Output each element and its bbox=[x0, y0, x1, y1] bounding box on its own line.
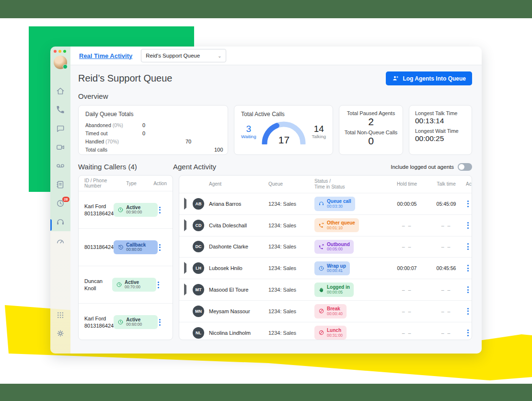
agent-actions-menu[interactable] bbox=[466, 242, 470, 251]
daily-queue-bar: 0 bbox=[135, 123, 211, 127]
agent-avatar: MN bbox=[193, 306, 204, 317]
sidebar-item-settings-gear[interactable] bbox=[56, 329, 65, 338]
agent-activity-table: Agent Queue Status /Time in Status Hold … bbox=[179, 175, 472, 340]
caller-actions-menu[interactable] bbox=[158, 205, 168, 215]
real-time-activity-link[interactable]: Real Time Activity bbox=[79, 52, 132, 59]
agent-queue: 1234: Sales bbox=[268, 265, 314, 271]
time-empty: – – bbox=[427, 330, 466, 336]
agent-avatar: DC bbox=[193, 241, 204, 252]
sidebar-item-voicemail[interactable] bbox=[56, 161, 65, 171]
time-empty: – – bbox=[387, 223, 427, 228]
agent-actions-menu[interactable] bbox=[466, 263, 470, 273]
main-content: Real Time Activity Reid's Support Queue … bbox=[70, 47, 482, 354]
minimize-window-icon[interactable] bbox=[58, 50, 61, 53]
agent-actions-menu[interactable] bbox=[466, 199, 470, 209]
waiting-caller-row: Karl Ford8013186424 Active00:60:00 bbox=[79, 303, 173, 340]
longest-times-card: Longest Talk Time 00:13:14 Longest Wait … bbox=[409, 105, 472, 155]
agent-status-badge: Wrap up00:00:41 bbox=[314, 261, 350, 275]
daily-queue-row: Abandoned (0%) 0 bbox=[85, 122, 221, 128]
agent-queue: 1234: Sales bbox=[268, 244, 314, 249]
time-value: 00:00:07 bbox=[387, 265, 427, 271]
agent-status-badge: Lunch00:31:00 bbox=[314, 326, 347, 340]
time-empty: – – bbox=[387, 308, 427, 314]
agent-row: CD Cvita Doleschall 1234: Sales Other qu… bbox=[179, 214, 472, 236]
phone-forward-icon bbox=[318, 222, 324, 228]
time-empty: – – bbox=[427, 287, 466, 293]
waiting-callers-table: ID / Phone Number Type Action Karl Ford8… bbox=[78, 175, 173, 340]
page-title: Reid’s Support Queue bbox=[78, 73, 172, 84]
agent-avatar: LH bbox=[193, 262, 204, 274]
agent-actions-menu[interactable] bbox=[466, 328, 470, 338]
sidebar-item-call-history[interactable]: 28 bbox=[56, 199, 65, 208]
chevron-down-icon: ⌄ bbox=[218, 53, 221, 59]
longest-talk-time-label: Longest Talk Time bbox=[415, 110, 466, 116]
agent-avatar: MT bbox=[193, 284, 204, 295]
window-controls[interactable] bbox=[50, 47, 70, 55]
total-paused-agents-value: 2 bbox=[343, 116, 399, 128]
expand-row-icon[interactable] bbox=[184, 283, 186, 295]
caller-actions-menu[interactable] bbox=[156, 280, 167, 290]
agent-status-badge: Logged in00:00:05 bbox=[314, 283, 354, 296]
chat-icon bbox=[56, 124, 65, 133]
caller-id: Karl Ford8013186424 bbox=[84, 203, 114, 217]
decor-top-bar bbox=[0, 0, 532, 18]
time-value: 05:45:09 bbox=[427, 201, 466, 207]
close-window-icon[interactable] bbox=[54, 50, 57, 53]
agent-avatar: CD bbox=[193, 220, 204, 231]
sidebar-item-headset[interactable] bbox=[56, 217, 65, 227]
waiting-callers-heading: Waiting Callers (4) bbox=[78, 163, 173, 171]
agent-queue: 1234: Sales bbox=[268, 308, 314, 314]
daily-queue-rows: Abandoned (0%) 0 Timed out 0 Handled (70… bbox=[85, 122, 221, 153]
waiting-caller-row: Duncan Knoll Active00:70:00 bbox=[79, 266, 173, 303]
clock-icon bbox=[117, 207, 124, 213]
maximize-window-icon[interactable] bbox=[63, 50, 66, 53]
caller-actions-menu[interactable] bbox=[158, 318, 168, 327]
time-empty: – – bbox=[427, 244, 466, 249]
expand-row-icon[interactable] bbox=[184, 262, 186, 274]
user-avatar[interactable] bbox=[54, 56, 67, 69]
clock-icon bbox=[116, 282, 122, 288]
time-empty: – – bbox=[427, 223, 466, 228]
apps-grid-icon bbox=[56, 310, 65, 320]
caller-actions-menu[interactable] bbox=[158, 243, 168, 252]
voicemail-icon bbox=[56, 161, 65, 171]
topbar: Real Time Activity Reid's Support Queue … bbox=[70, 47, 482, 65]
sidebar-nav: 28 bbox=[50, 74, 70, 246]
sidebar-bottom bbox=[50, 310, 70, 338]
dashboard-icon bbox=[56, 236, 65, 246]
sidebar-item-chat[interactable] bbox=[56, 124, 65, 133]
daily-queue-bar: 70 bbox=[135, 140, 211, 143]
queue-selector-dropdown[interactable]: Reid's Support Queue ⌄ bbox=[141, 49, 226, 62]
expand-row-icon[interactable] bbox=[184, 198, 186, 210]
agent-status-badge: Queue call00:03:30 bbox=[314, 197, 355, 211]
headset-icon bbox=[56, 217, 65, 227]
agent-row: MT Masood El Toure 1234: Sales Logged in… bbox=[179, 279, 472, 300]
agent-name: Lubosek Hnilo bbox=[209, 265, 268, 271]
sidebar-item-video[interactable] bbox=[56, 142, 65, 152]
agent-name: Dashonte Clarke bbox=[209, 244, 268, 249]
expand-row-icon[interactable] bbox=[184, 219, 186, 231]
agent-queue: 1234: Sales bbox=[268, 201, 314, 207]
agent-actions-menu[interactable] bbox=[466, 285, 470, 295]
contacts-icon bbox=[56, 180, 65, 189]
sidebar-item-phone[interactable] bbox=[56, 105, 65, 115]
sidebar-item-home[interactable] bbox=[56, 86, 65, 96]
sidebar-item-contacts[interactable] bbox=[56, 180, 65, 189]
agent-row: DC Dashonte Clarke 1234: Sales Outbound0… bbox=[179, 236, 472, 258]
waiting-caller-row: Karl Ford8013186424 Active00:90:00 bbox=[79, 191, 173, 228]
daily-queue-totals-card: Daily Queue Totals Abandoned (0%) 0 Time… bbox=[78, 105, 228, 155]
agent-activity-header: Agent Queue Status /Time in Status Hold … bbox=[179, 176, 472, 193]
active-calls-gauge: 17 bbox=[261, 119, 307, 144]
include-logged-out-toggle[interactable] bbox=[458, 163, 472, 171]
agent-actions-menu[interactable] bbox=[466, 221, 470, 230]
phone-slash-icon bbox=[318, 330, 324, 336]
sidebar-item-dashboard[interactable] bbox=[56, 236, 65, 246]
agent-actions-menu[interactable] bbox=[466, 307, 470, 316]
daily-queue-bar: 100 bbox=[135, 148, 211, 152]
paused-agents-card: Total Paused Agents 2 Total Non-Queue Ca… bbox=[339, 105, 403, 155]
log-agents-button[interactable]: Log Agents Into Queue bbox=[386, 71, 472, 85]
agent-activity-heading: Agent Activity bbox=[173, 163, 216, 171]
sidebar-item-apps-grid[interactable] bbox=[56, 310, 65, 320]
waiting-stat: 3 Waiting bbox=[241, 124, 256, 139]
agent-status-badge: Outbound00:05:00 bbox=[314, 240, 354, 254]
